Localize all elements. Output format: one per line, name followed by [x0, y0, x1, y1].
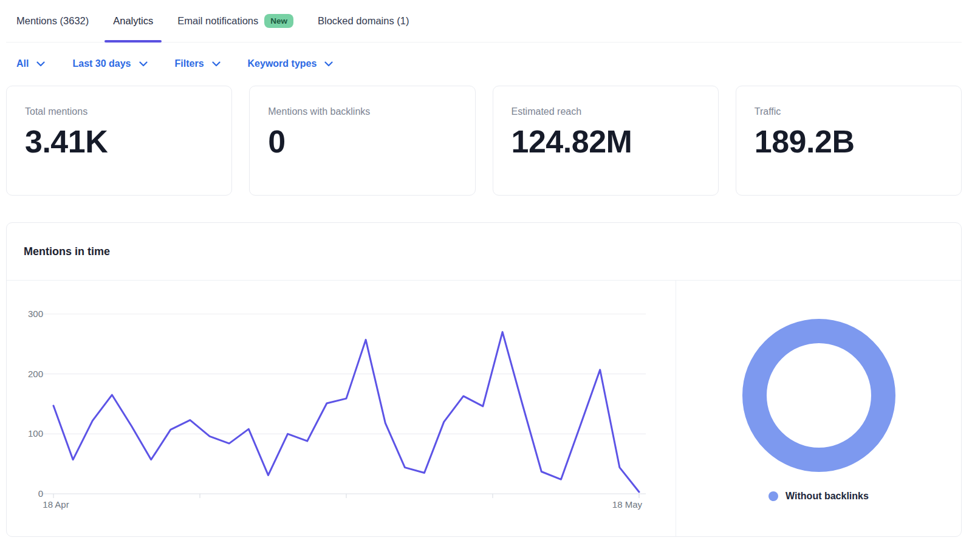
panel-title: Mentions in time	[24, 245, 110, 258]
svg-text:300: 300	[28, 309, 43, 319]
stat-card-estimated-reach: Estimated reach 124.82M	[493, 86, 719, 196]
stat-value: 3.41K	[25, 123, 213, 160]
mentions-line-chart: 010020030018 Apr18 May	[7, 281, 676, 536]
new-badge: New	[264, 14, 293, 29]
legend-label: Without backlinks	[785, 491, 869, 502]
svg-text:18 May: 18 May	[612, 499, 643, 510]
tab-mentions[interactable]: Mentions (3632)	[8, 0, 97, 42]
stat-label: Mentions with backlinks	[268, 106, 456, 117]
filter-date-range-label: Last 30 days	[72, 58, 131, 69]
backlinks-donut-chart: Without backlinks	[676, 281, 961, 536]
chevron-down-icon	[139, 61, 148, 67]
tab-blocked-domains[interactable]: Blocked domains (1)	[309, 0, 417, 42]
panel-body: 010020030018 Apr18 May Without backlinks	[7, 281, 961, 536]
filter-all-dropdown[interactable]: All	[16, 58, 45, 69]
stat-card-total-mentions: Total mentions 3.41K	[6, 86, 232, 196]
svg-text:100: 100	[28, 428, 43, 439]
panel-header: Mentions in time	[7, 223, 961, 281]
stat-card-mentions-with-backlinks: Mentions with backlinks 0	[249, 86, 475, 196]
chevron-down-icon	[36, 61, 45, 67]
svg-text:0: 0	[38, 488, 43, 499]
stat-label: Estimated reach	[512, 106, 700, 117]
filter-keyword-types-label: Keyword types	[248, 58, 317, 69]
tab-analytics-label: Analytics	[113, 15, 153, 27]
tab-email-notifications[interactable]: Email notifications New	[169, 0, 302, 42]
stat-label: Total mentions	[25, 106, 213, 117]
tab-blocked-domains-label: Blocked domains (1)	[318, 15, 409, 27]
filter-filters-dropdown[interactable]: Filters	[175, 58, 221, 69]
chevron-down-icon	[212, 61, 221, 67]
legend-dot-icon	[768, 491, 778, 501]
filter-keyword-types-dropdown[interactable]: Keyword types	[248, 58, 334, 69]
donut-ring	[742, 318, 896, 475]
svg-text:18 Apr: 18 Apr	[43, 499, 69, 510]
filter-date-range-dropdown[interactable]: Last 30 days	[72, 58, 147, 69]
svg-text:200: 200	[28, 369, 43, 379]
donut-svg	[742, 318, 896, 473]
legend-item-without-backlinks[interactable]: Without backlinks	[768, 491, 869, 502]
filter-all-label: All	[16, 58, 29, 69]
tab-email-notifications-label: Email notifications	[177, 15, 258, 27]
stat-value: 189.2B	[755, 123, 943, 160]
stat-label: Traffic	[755, 106, 943, 117]
stat-cards-row: Total mentions 3.41K Mentions with backl…	[6, 86, 962, 196]
tab-mentions-label: Mentions (3632)	[16, 15, 89, 27]
mentions-in-time-panel: Mentions in time 010020030018 Apr18 May …	[6, 222, 962, 537]
tab-analytics[interactable]: Analytics	[104, 0, 162, 42]
stat-value: 0	[268, 123, 456, 160]
tab-bar: Mentions (3632) Analytics Email notifica…	[6, 0, 962, 43]
filter-filters-label: Filters	[175, 58, 204, 69]
stat-card-traffic: Traffic 189.2B	[736, 86, 962, 196]
line-chart-svg: 010020030018 Apr18 May	[7, 281, 675, 536]
chevron-down-icon	[324, 61, 333, 67]
stat-value: 124.82M	[512, 123, 700, 160]
filter-bar: All Last 30 days Filters Keyword types	[16, 58, 962, 69]
